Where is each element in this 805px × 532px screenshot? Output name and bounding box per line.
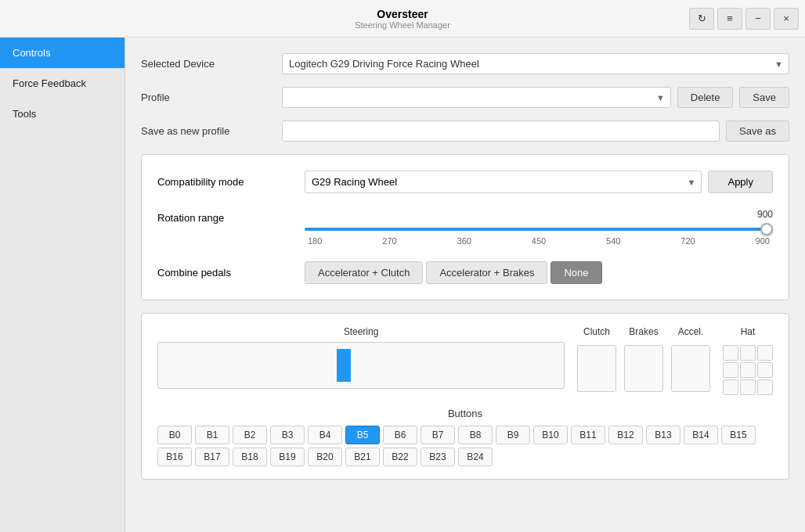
- brakes-label: Brakes: [629, 326, 658, 337]
- hat-cell-8: [757, 379, 773, 395]
- hat-cell-4: [740, 362, 756, 378]
- tick-540: 540: [606, 236, 620, 246]
- clutch-axis: Clutch: [577, 326, 616, 392]
- combine-accel-brakes-button[interactable]: Accelerator + Brakes: [426, 261, 547, 284]
- hat-cell-0: [723, 345, 738, 361]
- hat-cell-1: [740, 345, 756, 361]
- hat-cell-7: [740, 379, 756, 395]
- device-select[interactable]: Logitech G29 Driving Force Racing Wheel: [282, 53, 789, 74]
- button-indicator-b9: B9: [496, 426, 530, 444]
- steering-label: Steering: [157, 326, 565, 337]
- rotation-value-display: 900: [305, 209, 773, 220]
- sidebar: Controls Force Feedback Tools: [0, 38, 125, 532]
- rotation-slider-area: 900 180 270 360 450 540 720 900: [305, 209, 773, 246]
- profile-select-wrapper: ▼: [282, 87, 671, 108]
- tick-180: 180: [308, 236, 322, 246]
- combine-pedals-label: Combine pedals: [157, 267, 298, 279]
- buttons-section: Buttons B0B1B2B3B4B5B6B7B8B9B10B11B12B13…: [157, 408, 773, 466]
- main-layout: Controls Force Feedback Tools Selected D…: [0, 38, 805, 532]
- minimize-button[interactable]: −: [745, 8, 771, 30]
- save-as-input[interactable]: [282, 120, 720, 142]
- button-indicator-b10: B10: [533, 426, 568, 444]
- content-area: Selected Device Logitech G29 Driving For…: [125, 38, 805, 532]
- clutch-label: Clutch: [583, 326, 610, 337]
- button-indicator-b17: B17: [195, 448, 229, 466]
- button-indicator-b12: B12: [608, 426, 643, 444]
- accel-bar: [671, 345, 710, 392]
- apply-button[interactable]: Apply: [708, 171, 773, 193]
- small-axes: Clutch Brakes Accel.: [577, 326, 710, 392]
- accel-axis: Accel.: [671, 326, 710, 392]
- hat-grid: [723, 345, 773, 395]
- steering-bar: [337, 349, 351, 382]
- rotation-current-value: 900: [757, 209, 773, 220]
- profile-select[interactable]: [282, 87, 671, 108]
- brakes-bar: [624, 345, 663, 392]
- button-indicator-b3: B3: [270, 426, 305, 444]
- save-as-row: Save as new profile Save as: [141, 120, 789, 142]
- save-as-control: Save as: [282, 120, 789, 142]
- device-select-wrapper: Logitech G29 Driving Force Racing Wheel …: [282, 53, 789, 74]
- rotation-slider[interactable]: [305, 228, 773, 231]
- combine-none-button[interactable]: None: [551, 261, 601, 284]
- button-indicator-b0: B0: [157, 426, 192, 444]
- accel-label: Accel.: [678, 326, 704, 337]
- button-indicator-b4: B4: [308, 426, 342, 444]
- sidebar-item-controls[interactable]: Controls: [0, 38, 125, 68]
- hat-axis: Hat: [723, 326, 773, 395]
- axes-row: Steering Clutch Brakes: [157, 326, 773, 395]
- button-indicator-b15: B15: [721, 426, 756, 444]
- compatibility-mode-select[interactable]: G29 Racing Wheel: [305, 171, 702, 193]
- rotation-range-label: Rotation range: [157, 209, 298, 224]
- rotation-range-row: Rotation range 900 180 270 360 450: [157, 209, 773, 246]
- window-controls: ↻ ≡ − ×: [689, 8, 799, 30]
- refresh-button[interactable]: ↻: [689, 8, 714, 30]
- tick-720: 720: [680, 236, 695, 246]
- steering-bar-container: [157, 342, 565, 389]
- range-ticks: 180 270 360 450 540 720 900: [305, 236, 773, 246]
- config-panel: Compatibility mode G29 Racing Wheel ▼ Ap…: [141, 154, 789, 300]
- button-indicator-b1: B1: [195, 426, 229, 444]
- rotation-header: Rotation range 900 180 270 360 450: [157, 209, 773, 246]
- hat-cell-5: [757, 362, 773, 378]
- save-profile-button[interactable]: Save: [739, 87, 789, 108]
- save-as-button[interactable]: Save as: [726, 120, 789, 142]
- button-indicator-b21: B21: [345, 448, 380, 466]
- buttons-title: Buttons: [157, 408, 773, 419]
- button-indicator-b2: B2: [233, 426, 267, 444]
- button-indicator-b11: B11: [571, 426, 605, 444]
- button-indicator-b7: B7: [421, 426, 455, 444]
- buttons-grid: B0B1B2B3B4B5B6B7B8B9B10B11B12B13B14B15B1…: [157, 426, 773, 466]
- tick-270: 270: [382, 236, 396, 246]
- app-subtitle: Steering Wheel Manager: [355, 20, 450, 30]
- app-title: Oversteer: [355, 8, 450, 20]
- selected-device-label: Selected Device: [141, 58, 282, 70]
- button-indicator-b16: B16: [157, 448, 192, 466]
- hat-cell-6: [723, 379, 738, 395]
- sidebar-item-force-feedback[interactable]: Force Feedback: [0, 68, 125, 99]
- compat-select-wrapper: G29 Racing Wheel ▼: [305, 171, 702, 193]
- button-indicator-b23: B23: [421, 448, 455, 466]
- tick-900: 900: [756, 236, 770, 246]
- profile-control: ▼ Delete Save: [282, 87, 789, 108]
- sidebar-item-tools[interactable]: Tools: [0, 99, 125, 129]
- compatibility-mode-row: Compatibility mode G29 Racing Wheel ▼ Ap…: [157, 171, 773, 193]
- menu-button[interactable]: ≡: [717, 8, 742, 30]
- slider-container: [305, 221, 773, 233]
- hat-label: Hat: [741, 326, 756, 337]
- tick-450: 450: [532, 236, 546, 246]
- selected-device-control: Logitech G29 Driving Force Racing Wheel …: [282, 53, 789, 74]
- clutch-bar: [577, 345, 616, 392]
- save-as-label: Save as new profile: [141, 125, 282, 137]
- button-indicator-b6: B6: [383, 426, 417, 444]
- button-indicator-b24: B24: [458, 448, 493, 466]
- button-indicator-b18: B18: [233, 448, 267, 466]
- steering-axis: Steering: [157, 326, 565, 389]
- close-button[interactable]: ×: [774, 8, 799, 30]
- combine-pedals-row: Combine pedals Accelerator + Clutch Acce…: [157, 261, 773, 284]
- titlebar-text: Oversteer Steering Wheel Manager: [355, 8, 450, 30]
- delete-profile-button[interactable]: Delete: [677, 87, 734, 108]
- profile-label: Profile: [141, 92, 282, 103]
- button-indicator-b22: B22: [383, 448, 417, 466]
- combine-accel-clutch-button[interactable]: Accelerator + Clutch: [305, 261, 423, 284]
